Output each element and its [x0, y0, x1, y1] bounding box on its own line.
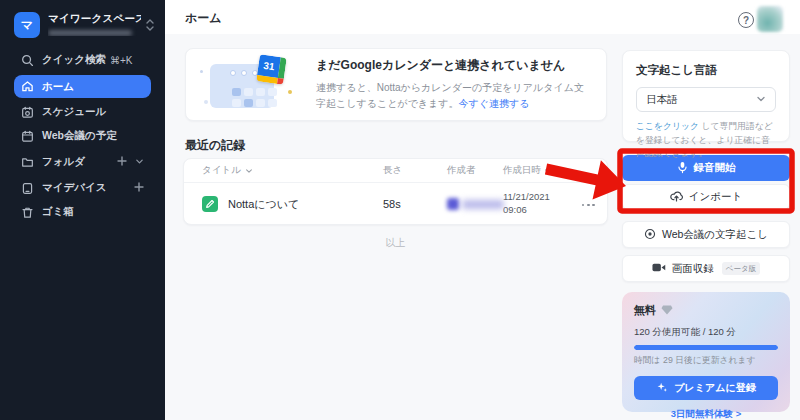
column-created[interactable]: 作成日時	[503, 164, 541, 175]
sidebar-item-label: スケジュール	[42, 105, 106, 119]
sparkles-icon	[656, 381, 668, 395]
import-button[interactable]: インポート	[622, 184, 790, 210]
sidebar: マ マイワークスペース クイック検索 ⌘+K ホーム	[0, 0, 165, 420]
language-selected-value: 日本語	[646, 93, 678, 107]
plan-renew-text: 時間は 29 日後に更新されます	[634, 355, 778, 367]
chevron-up-down-icon	[145, 18, 155, 36]
recording-doc-icon	[202, 196, 218, 212]
chevron-down-icon[interactable]	[135, 156, 144, 168]
folder-icon	[21, 156, 34, 169]
microphone-icon	[677, 161, 688, 176]
device-icon	[21, 182, 34, 195]
recording-created-at: 11/21/202109:06	[503, 191, 569, 217]
trash-icon	[21, 206, 34, 219]
google-calendar-icon: 31	[256, 54, 286, 84]
free-plan-card: 無料 120 分使用可能 / 120 分 時間は 29 日後に更新されます プレ…	[622, 292, 790, 412]
sidebar-item-folders[interactable]: フォルダ	[14, 150, 151, 174]
add-device-icon[interactable]	[134, 182, 144, 194]
transcription-language-card: 文字起こし言語 日本語 ここをクリック して専門用語などを登録しておくと、より正…	[622, 50, 790, 142]
column-creator[interactable]: 作成者	[447, 164, 503, 177]
sort-chevron-icon[interactable]	[245, 167, 253, 175]
add-folder-icon[interactable]	[117, 156, 127, 168]
plan-name: 無料	[634, 303, 656, 318]
sidebar-item-label: フォルダ	[42, 155, 85, 169]
sidebar-item-label: Web会議の予定	[42, 129, 117, 143]
usage-progress-bar	[634, 345, 778, 350]
language-card-title: 文字起こし言語	[636, 63, 776, 78]
recent-records-title: 最近の記録	[185, 137, 245, 154]
quick-search[interactable]: クイック検索 ⌘+K	[14, 48, 151, 72]
plan-gem-icon	[661, 305, 673, 317]
google-calendar-banner: 31 まだGoogleカレンダーと連携されていません 連携すると、Nottaから…	[185, 48, 607, 121]
home-icon	[21, 80, 34, 93]
table-row[interactable]: Nottaについて 58s 11/21/202109:06	[184, 183, 607, 225]
quick-search-label: クイック検索	[42, 53, 106, 67]
page-title: ホーム	[185, 10, 222, 27]
video-camera-icon	[652, 262, 666, 275]
connect-now-link[interactable]: 今すぐ連携する	[459, 98, 530, 109]
chevron-down-icon	[756, 94, 766, 106]
right-panel: 文字起こし言語 日本語 ここをクリック して専門用語などを登録しておくと、より正…	[622, 50, 790, 412]
sidebar-item-schedule[interactable]: スケジュール	[14, 100, 151, 124]
recording-length: 58s	[383, 198, 447, 210]
plan-usage-text: 120 分使用可能 / 120 分	[634, 326, 778, 339]
sidebar-item-label: ホーム	[42, 80, 74, 94]
screen-recording-button[interactable]: 画面収録 ベータ版	[622, 255, 790, 282]
language-hint: ここをクリック して専門用語などを登録しておくと、より正確に音声認識できます。	[636, 120, 776, 161]
calendar-illustration: 31	[196, 54, 308, 116]
sidebar-item-label: マイデバイス	[42, 181, 106, 195]
quick-search-shortcut: ⌘+K	[110, 55, 133, 66]
search-icon	[21, 54, 34, 67]
sort-chevron-icon[interactable]	[544, 167, 552, 175]
cloud-upload-icon	[670, 190, 683, 204]
column-title[interactable]: タイトル	[202, 164, 241, 177]
table-header: タイトル 長さ 作成者 作成日時	[184, 159, 607, 183]
meeting-icon	[644, 228, 656, 242]
creator-name-blurred	[447, 198, 504, 210]
language-select[interactable]: 日本語	[636, 87, 776, 112]
column-length[interactable]: 長さ	[383, 164, 447, 177]
workspace-switcher[interactable]: マ マイワークスペース	[14, 12, 155, 42]
schedule-icon	[21, 106, 34, 119]
sidebar-item-home[interactable]: ホーム	[14, 75, 151, 98]
sidebar-item-my-devices[interactable]: マイデバイス	[14, 176, 151, 200]
recent-records-table: タイトル 長さ 作成者 作成日時 Nottaについて 58s	[183, 158, 608, 225]
notta-app: マ マイワークスペース クイック検索 ⌘+K ホーム	[0, 0, 800, 420]
recording-title: Nottaについて	[228, 197, 299, 212]
user-avatar[interactable]	[757, 6, 783, 32]
workspace-meta: マイワークスペース	[48, 12, 141, 36]
workspace-name: マイワークスペース	[48, 12, 141, 26]
help-icon[interactable]: ?	[738, 12, 754, 28]
web-meeting-transcription-button[interactable]: Web会議の文字起こし	[622, 221, 790, 248]
sidebar-item-trash[interactable]: ゴミ箱	[14, 200, 151, 224]
upgrade-premium-button[interactable]: プレミアムに登録	[634, 376, 778, 400]
calendar-icon	[21, 130, 34, 143]
sidebar-item-label: ゴミ箱	[42, 205, 74, 219]
end-of-list-label: 以上	[183, 236, 608, 250]
banner-body: 連携すると、Nottaからカレンダーの予定をリアルタイム文字起こしすることができ…	[316, 80, 592, 113]
free-trial-link[interactable]: 3日間無料体験 >	[634, 408, 778, 420]
workspace-avatar: マ	[14, 12, 40, 38]
banner-title: まだGoogleカレンダーと連携されていません	[316, 57, 592, 74]
row-menu-icon[interactable]	[582, 204, 595, 207]
beta-badge: ベータ版	[722, 262, 760, 275]
sidebar-item-web-meetings[interactable]: Web会議の予定	[14, 124, 151, 148]
click-here-link[interactable]: ここをクリック	[636, 121, 699, 131]
workspace-email-blurred	[48, 30, 132, 36]
